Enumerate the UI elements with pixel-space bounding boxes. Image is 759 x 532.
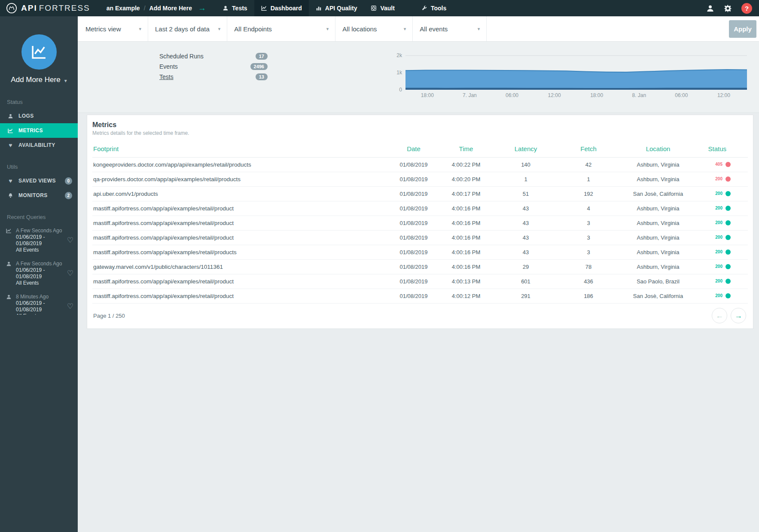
table-row[interactable]: api.uber.com/v1/products 01/08/2019 4:00… xyxy=(92,187,748,201)
column-header-date[interactable]: Date xyxy=(390,141,438,158)
table-row[interactable]: mastiff.apifortress.com/app/api/examples… xyxy=(92,245,748,260)
status-code: 200 xyxy=(715,206,722,210)
table-row[interactable]: mastiff.apifortress.com/app/api/examples… xyxy=(92,201,748,216)
breadcrumb-current[interactable]: Add More Here xyxy=(149,5,192,12)
recent-query-item[interactable]: A Few Seconds Ago 01/06/2019 - 01/08/201… xyxy=(0,224,78,257)
next-page-button[interactable]: → xyxy=(731,308,746,323)
nav-vault[interactable]: Vault xyxy=(364,0,401,16)
recent-query-ago: A Few Seconds Ago xyxy=(16,260,64,267)
table-row[interactable]: mastiff.apifortress.com/app/api/examples… xyxy=(92,216,748,231)
saved-views-count-badge: 0 xyxy=(65,177,72,185)
status-dot-icon xyxy=(725,191,731,196)
summary-strip: Scheduled Runs 17 Events 2496 Tests 13 2… xyxy=(78,42,759,113)
recent-query-item[interactable]: 8 Minutes Ago 01/06/2019 - 01/08/2019 Al… xyxy=(0,290,78,315)
favorite-heart-icon[interactable]: ♡ xyxy=(67,269,73,278)
view-dropdown[interactable]: Metrics view ▾ xyxy=(85,16,148,41)
section-utils-label: Utils xyxy=(0,152,78,173)
recent-query-scope: All Events xyxy=(16,313,64,315)
column-header-status[interactable]: Status xyxy=(696,141,748,158)
timeframe-dropdown-value: Last 2 days of data xyxy=(155,25,210,33)
stat-tests-link[interactable]: Tests xyxy=(159,73,174,80)
cell-status: 200 xyxy=(696,216,748,231)
column-header-latency[interactable]: Latency xyxy=(494,141,557,158)
sidebar: Add More Here ▾ Status LOGS METRICS ♥ AV… xyxy=(0,16,78,532)
locations-dropdown-value: All locations xyxy=(342,25,377,33)
stat-scheduled-runs: Scheduled Runs 17 xyxy=(159,53,268,60)
column-header-fetch[interactable]: Fetch xyxy=(557,141,620,158)
nav-tests[interactable]: Tests xyxy=(216,0,254,16)
apifortress-brand[interactable]: API FORTRESS xyxy=(0,0,96,16)
cell-latency: 43 xyxy=(494,245,557,260)
cell-date: 01/08/2019 xyxy=(390,274,438,289)
user-icon xyxy=(7,113,14,119)
goto-project-arrow-icon[interactable]: → xyxy=(198,3,206,13)
table-row[interactable]: mastiff.apifortress.com/app/api/examples… xyxy=(92,231,748,245)
settings-gear-icon[interactable] xyxy=(724,4,732,12)
cell-fetch: 192 xyxy=(557,187,620,201)
project-selector[interactable]: Add More Here ▾ xyxy=(0,76,78,84)
nav-dashboard[interactable]: Dashboard xyxy=(254,0,309,16)
chevron-down-icon: ▾ xyxy=(139,26,141,32)
line-chart-icon xyxy=(7,128,14,134)
favorite-heart-icon[interactable]: ♡ xyxy=(67,236,73,245)
x-tick-label: 06:00 xyxy=(506,92,518,98)
previous-page-button[interactable]: ← xyxy=(712,308,727,323)
cell-date: 01/08/2019 xyxy=(390,187,438,201)
status-code: 200 xyxy=(715,264,722,269)
content-area: Metrics Metrics details for the selected… xyxy=(78,113,759,329)
cell-latency: 43 xyxy=(494,216,557,231)
table-row[interactable]: mastiff.apifortress.com/app/api/examples… xyxy=(92,289,748,304)
project-avatar[interactable] xyxy=(21,34,57,70)
table-row[interactable]: qa-providers.doctor.com/app/api/examples… xyxy=(92,172,748,187)
cell-latency: 140 xyxy=(494,158,557,172)
cell-date: 01/08/2019 xyxy=(390,216,438,231)
cell-date: 01/08/2019 xyxy=(390,201,438,216)
chart-y-axis: 2k 1k 0 xyxy=(389,55,402,90)
favorite-heart-icon[interactable]: ♡ xyxy=(67,302,73,311)
view-dropdown-value: Metrics view xyxy=(85,25,121,33)
help-icon[interactable]: ? xyxy=(741,3,752,14)
project-selector-label: Add More Here xyxy=(11,76,60,84)
breadcrumb-project[interactable]: an Example xyxy=(107,5,140,12)
events-dropdown[interactable]: All events ▾ xyxy=(420,16,487,41)
cell-location: Ashburn, Virginia xyxy=(620,158,696,172)
metrics-table: Footprint Date Time Latency Fetch Locati… xyxy=(92,141,748,304)
table-row[interactable]: kongeeproviders.doctor.com/app/api/examp… xyxy=(92,158,748,172)
apply-button[interactable]: Apply xyxy=(729,20,756,38)
sidebar-item-availability[interactable]: ♥ AVAILABILITY xyxy=(0,138,78,152)
summary-counters: Scheduled Runs 17 Events 2496 Tests 13 xyxy=(159,53,268,112)
cell-footprint: mastiff.apifortress.com/app/api/examples… xyxy=(92,216,390,231)
table-header-row: Footprint Date Time Latency Fetch Locati… xyxy=(92,141,748,158)
status-dot-icon xyxy=(725,220,731,225)
top-navbar: API FORTRESS an Example / Add More Here … xyxy=(0,0,759,16)
nav-tools[interactable]: Tools xyxy=(415,0,453,16)
cell-footprint: api.uber.com/v1/products xyxy=(92,187,390,201)
locations-dropdown[interactable]: All locations ▾ xyxy=(342,16,413,41)
sidebar-item-monitors[interactable]: MONITORS 2 xyxy=(0,188,78,203)
sidebar-item-logs[interactable]: LOGS xyxy=(0,109,78,123)
recent-queries-list: A Few Seconds Ago 01/06/2019 - 01/08/201… xyxy=(0,224,78,315)
column-header-location[interactable]: Location xyxy=(620,141,696,158)
endpoints-dropdown[interactable]: All Endpoints ▾ xyxy=(234,16,335,41)
status-dot-icon xyxy=(725,293,731,298)
sidebar-item-metrics[interactable]: METRICS xyxy=(0,123,78,138)
timeframe-dropdown[interactable]: Last 2 days of data ▾ xyxy=(155,16,227,41)
table-row[interactable]: gateway.marvel.com/v1/public/characters/… xyxy=(92,260,748,274)
bell-icon xyxy=(7,193,14,198)
account-user-icon[interactable] xyxy=(706,4,714,12)
chevron-down-icon: ▾ xyxy=(326,26,329,32)
column-header-footprint[interactable]: Footprint xyxy=(92,141,390,158)
column-header-time[interactable]: Time xyxy=(438,141,494,158)
nav-vault-label: Vault xyxy=(380,5,394,12)
cell-status: 200 xyxy=(696,289,748,304)
cell-time: 4:00:22 PM xyxy=(438,158,494,172)
cell-fetch: 42 xyxy=(557,158,620,172)
recent-query-item[interactable]: A Few Seconds Ago 01/06/2019 - 01/08/201… xyxy=(0,257,78,290)
nav-api-quality[interactable]: API Quality xyxy=(309,0,364,16)
table-row[interactable]: mastiff.apifortress.com/app/api/examples… xyxy=(92,274,748,289)
sidebar-item-saved-views[interactable]: ♥ SAVED VIEWS 0 xyxy=(0,173,78,188)
cell-fetch: 186 xyxy=(557,289,620,304)
cell-latency: 29 xyxy=(494,260,557,274)
arrow-left-icon: ← xyxy=(716,311,723,320)
main-nav: Tests Dashboard API Quality Vault Tools xyxy=(216,0,453,16)
